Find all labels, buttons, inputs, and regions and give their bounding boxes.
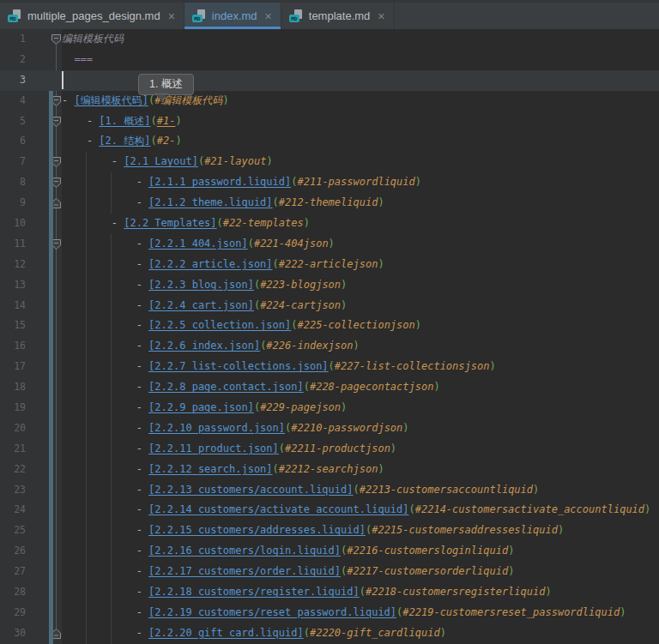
md-link[interactable]: [1. 概述] [99, 115, 150, 127]
paren: ) [341, 299, 347, 311]
md-anchor-destination[interactable]: #2214-customersactivate_accountliquid [415, 503, 644, 515]
list-bullet: - [136, 524, 148, 536]
md-link[interactable]: [编辑模板代码] [74, 94, 148, 106]
md-anchor-destination[interactable]: #2220-gift_cardliquid [310, 627, 440, 639]
md-link[interactable]: [2.2.6 index.json] [148, 340, 260, 352]
md-anchor-destination[interactable]: #229-pagejson [260, 401, 341, 413]
list-bullet: - [136, 586, 148, 598]
md-link[interactable]: [2.2.11 product.json] [148, 442, 279, 454]
line-text: 编辑模板代码 [62, 29, 659, 50]
md-link[interactable]: [2.2 Templates] [124, 217, 216, 229]
md-anchor-destination[interactable]: #2216-customersloginliquid [347, 545, 508, 557]
md-link[interactable]: [2.2.12 search.json] [148, 463, 273, 475]
vcs-change-stripe [49, 91, 53, 644]
line-number: 22 [0, 460, 34, 480]
md-link[interactable]: [2. 结构] [99, 135, 150, 147]
line-number: 21 [0, 439, 34, 460]
fold-end-marker-icon[interactable] [51, 198, 61, 208]
paren: ) [390, 442, 396, 454]
md-link[interactable]: [2.2.9 page.json] [148, 401, 254, 413]
md-anchor-destination[interactable]: #224-cartjson [260, 299, 341, 311]
md-link[interactable]: [2.2.20 gift_card.liquid] [148, 627, 304, 639]
line-text: - [2.2.14 customers/activate_account.liq… [62, 500, 659, 521]
md-anchor-destination[interactable]: #2215-customersaddressesliquid [372, 524, 558, 536]
md-anchor-destination[interactable]: #2213-customersaccountliquid [360, 484, 533, 496]
tab-multiple_pages_design.md[interactable]: MDmultiple_pages_design.md× [0, 3, 184, 29]
md-anchor-destination[interactable]: #228-pagecontactjson [310, 381, 434, 393]
md-link[interactable]: [2.1.2 theme.liquid] [148, 196, 273, 208]
tab-template.md[interactable]: MDtemplate.md× [281, 3, 395, 29]
md-anchor-destination[interactable]: #1- [157, 115, 176, 127]
paren: ) [545, 586, 551, 598]
line-text: - [2.2.11 product.json](#2211-productjso… [62, 439, 659, 460]
md-link[interactable]: [2.2.16 customers/login.liquid] [148, 545, 341, 557]
md-anchor-destination[interactable]: #227-list-collectionsjson [335, 360, 490, 372]
fold-collapse-marker-icon[interactable] [51, 239, 61, 250]
md-link[interactable]: [2.2.15 customers/addresses.liquid] [148, 524, 366, 536]
md-link[interactable]: [2.1.1 password.liquid] [148, 176, 291, 188]
md-link[interactable]: [2.2.7 list-collections.json] [148, 360, 329, 372]
line-number: 27 [0, 562, 34, 582]
line-number: 9 [0, 193, 34, 214]
editor-line: 26- [2.2.16 customers/login.liquid](#221… [0, 541, 659, 562]
paren: ( [304, 627, 310, 639]
editor-line: 7- [2.1 Layout](#21-layout) [0, 152, 659, 172]
md-anchor-destination[interactable]: #22-templates [223, 217, 304, 229]
tab-close-icon[interactable]: × [265, 10, 272, 22]
tab-close-icon[interactable]: × [378, 10, 384, 22]
md-anchor-destination[interactable]: #221-404json [254, 238, 329, 250]
md-link[interactable]: [2.2.14 customers/activate_account.liqui… [148, 503, 408, 515]
md-link[interactable]: [2.2.19 customers/reset_password.liquid] [148, 606, 396, 618]
md-anchor-destination[interactable]: #211-passwordliquid [297, 176, 414, 188]
md-anchor-destination[interactable]: #2218-customersregisterliquid [366, 586, 546, 598]
fold-gutter [34, 172, 62, 193]
fold-gutter [34, 152, 62, 172]
md-link[interactable]: [2.2.18 customers/register.liquid] [148, 586, 360, 598]
paren: ) [175, 115, 181, 127]
md-link[interactable]: [2.2.10 password.json] [148, 422, 285, 434]
editor-line: 18- [2.2.8 page.contact.json](#228-pagec… [0, 377, 659, 398]
md-anchor-destination[interactable]: #226-indexjson [266, 340, 353, 352]
md-link[interactable]: [2.2.13 customers/account.liquid] [148, 484, 353, 496]
md-anchor-destination[interactable]: #21-layout [204, 155, 266, 167]
md-anchor-destination[interactable]: #225-collectionjson [297, 319, 414, 331]
md-anchor-destination[interactable]: #2210-passwordjson [291, 422, 402, 434]
md-link[interactable]: [2.1 Layout] [124, 155, 198, 167]
md-anchor-destination[interactable]: #2211-productjson [285, 442, 390, 454]
md-link[interactable]: [2.2.5 collection.json] [148, 319, 291, 331]
fold-collapse-marker-icon[interactable] [51, 96, 61, 106]
editor-line: 6- [2. 结构](#2-) [0, 131, 659, 152]
md-anchor-destination[interactable]: #2219-customersreset_passwordliquid [402, 606, 620, 618]
fold-collapse-marker-icon[interactable] [51, 178, 61, 188]
md-anchor-destination[interactable]: #2217-customersorderliquid [347, 565, 508, 577]
md-anchor-destination[interactable]: #223-blogjson [260, 279, 341, 291]
md-link[interactable]: [2.2.8 page.contact.json] [148, 381, 304, 393]
fold-collapse-marker-icon[interactable] [51, 34, 61, 45]
fold-collapse-marker-icon[interactable] [51, 157, 61, 167]
md-anchor-destination[interactable]: #2212-searchjson [279, 463, 378, 475]
fold-end-marker-icon[interactable] [51, 629, 61, 639]
list-bullet: - [136, 606, 148, 618]
md-link[interactable]: [2.2.1 404.json] [148, 238, 248, 250]
fold-gutter [34, 398, 62, 418]
line-text: - [2.2.2 article.json](#222-articlejson) [62, 255, 659, 275]
md-anchor-destination[interactable]: #222-articlejson [279, 258, 378, 270]
md-link[interactable]: [2.2.2 article.json] [148, 258, 273, 270]
tab-index.md[interactable]: MDindex.md× [184, 3, 281, 29]
md-link[interactable]: [2.2.3 blog.json] [148, 279, 254, 291]
paren: ) [533, 484, 539, 496]
paren: ) [415, 176, 421, 188]
tab-close-icon[interactable]: × [168, 10, 175, 22]
fold-collapse-marker-icon[interactable] [51, 117, 61, 127]
line-number: 8 [0, 172, 34, 193]
md-link[interactable]: [2.2.4 cart.json] [148, 299, 254, 311]
markdown-file-icon: MD [289, 9, 303, 23]
line-text: - [2.2.4 cart.json](#224-cartjson) [62, 296, 659, 316]
line-number: 18 [0, 377, 34, 398]
md-link[interactable]: [2.2.17 customers/order.liquid] [148, 565, 341, 577]
paren: ( [217, 217, 223, 229]
editor[interactable]: 1编辑模板代码2===34- [编辑模板代码](#编辑模板代码)5- [1. 概… [0, 29, 659, 644]
paren: ( [329, 360, 335, 372]
md-anchor-destination[interactable]: #212-themeliquid [279, 196, 378, 208]
md-anchor-destination[interactable]: #2- [157, 135, 176, 147]
